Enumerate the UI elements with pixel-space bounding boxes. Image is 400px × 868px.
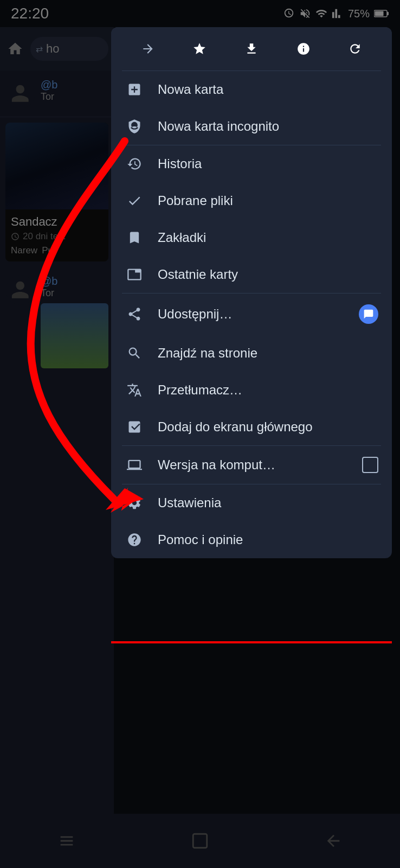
recent-tabs-icon (125, 267, 144, 282)
downloads-icon (125, 193, 144, 208)
dropdown-menu: Nowa karta Nowa karta incognito Historia… (111, 27, 392, 558)
add-home-icon (125, 419, 144, 435)
settings-label: Ustawienia (158, 495, 378, 510)
share-icon (125, 307, 144, 322)
download-icon[interactable] (240, 37, 263, 61)
menu-item-help[interactable]: Pomoc i opinie (111, 521, 392, 558)
share-badge (359, 304, 378, 324)
menu-item-bookmarks[interactable]: Zakładki (111, 219, 392, 256)
menu-item-new-tab[interactable]: Nowa karta (111, 71, 392, 108)
menu-item-translate[interactable]: Przetłumacz… (111, 372, 392, 409)
menu-item-add-home[interactable]: Dodaj do ekranu głównego (111, 409, 392, 445)
recent-tabs-label: Ostatnie karty (158, 267, 378, 282)
downloads-label: Pobrane pliki (158, 193, 378, 208)
menu-item-downloads[interactable]: Pobrane pliki (111, 182, 392, 219)
incognito-icon (125, 119, 144, 134)
menu-item-settings[interactable]: Ustawienia (111, 484, 392, 521)
menu-item-desktop[interactable]: Wersja na komput… (111, 446, 392, 484)
menu-item-history[interactable]: Historia (111, 145, 392, 182)
refresh-icon[interactable] (343, 37, 367, 61)
translate-icon (125, 382, 144, 398)
desktop-checkbox[interactable] (362, 457, 378, 473)
incognito-label: Nowa karta incognito (158, 119, 378, 134)
menu-item-recent-tabs[interactable]: Ostatnie karty (111, 256, 392, 293)
menu-item-find[interactable]: Znajdź na stronie (111, 335, 392, 372)
new-tab-icon (125, 82, 144, 97)
find-icon (125, 346, 144, 361)
menu-item-incognito[interactable]: Nowa karta incognito (111, 108, 392, 145)
desktop-icon (125, 457, 144, 473)
new-tab-label: Nowa karta (158, 82, 378, 97)
share-label: Udostępnij… (158, 307, 345, 322)
dropdown-toolbar (111, 27, 392, 71)
history-icon (125, 156, 144, 171)
help-icon (125, 532, 144, 547)
info-icon[interactable] (292, 37, 315, 61)
history-label: Historia (158, 156, 378, 171)
bookmarks-label: Zakładki (158, 230, 378, 245)
settings-icon (125, 495, 144, 510)
find-label: Znajdź na stronie (158, 346, 378, 361)
bookmarks-icon (125, 230, 144, 245)
star-icon[interactable] (188, 37, 211, 61)
add-home-label: Dodaj do ekranu głównego (158, 419, 378, 435)
desktop-label: Wersja na komput… (158, 457, 349, 473)
forward-icon[interactable] (136, 37, 160, 61)
help-label: Pomoc i opinie (158, 532, 378, 547)
menu-item-share[interactable]: Udostępnij… (111, 293, 392, 335)
translate-label: Przetłumacz… (158, 382, 378, 398)
